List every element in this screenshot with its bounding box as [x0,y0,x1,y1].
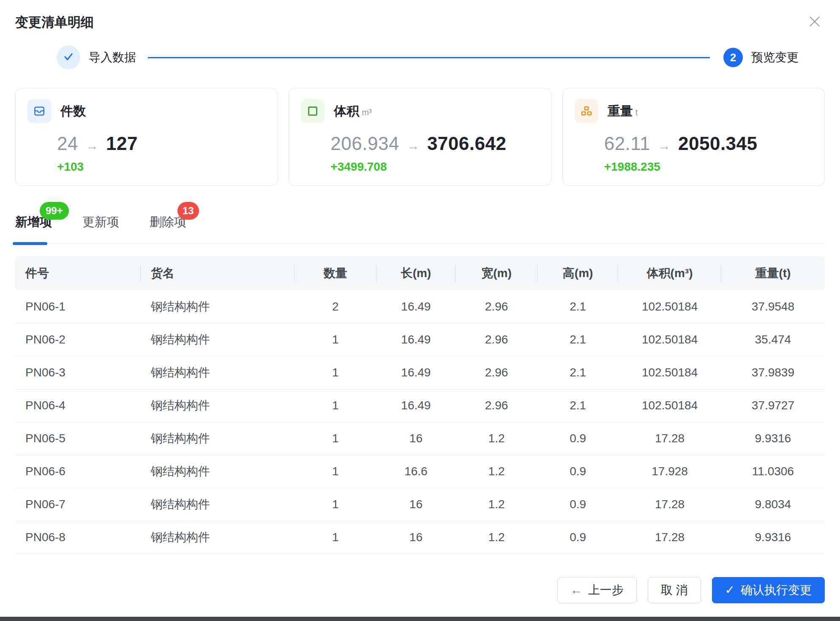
new-value: 3706.642 [427,133,507,154]
column-header: 重量(t) [721,256,825,290]
table-cell: 钢结构构件 [141,389,295,422]
table-cell: 1 [295,455,376,488]
delta-value: +1988.235 [575,160,813,174]
delta-value: +103 [27,160,265,174]
stepper: 导入数据 2 预览变更 [15,46,825,69]
column-header: 货名 [141,256,295,290]
table-cell: 9.9316 [721,521,825,554]
deleted-count-badge: 13 [177,202,199,220]
change-list-dialog: 变更清单明细 导入数据 2 预览变更 [0,0,840,621]
dialog-footer: ← 上一步 取 消 ✓ 确认执行变更 [15,577,825,603]
card-weight: 重量 t 62.11 → 2050.345 +1988.235 [562,88,825,186]
card-unit: m³ [362,108,371,117]
page-title: 变更清单明细 [15,14,825,31]
table-cell: 1 [295,389,376,422]
table-cell: 102.50184 [618,389,721,422]
active-tab-indicator [13,242,47,245]
table-cell: 2.1 [537,323,619,356]
card-volume: 体积 m³ 206.934 → 3706.642 +3499.708 [289,88,551,186]
table-cell: 0.9 [537,422,619,455]
table-cell: PN06-4 [15,389,141,422]
table-cell: 16.49 [376,323,456,356]
table-cell: PN06-8 [15,521,141,554]
table-row: PN06-5钢结构构件1161.20.917.289.9316 [15,422,825,455]
table-cell: 钢结构构件 [141,356,295,389]
tab-updated-items[interactable]: 更新项 [82,214,119,231]
card-piece-count: 件数 24 → 127 +103 [15,88,278,186]
arrow-right-icon: → [86,139,98,153]
card-label: 重量 [608,103,633,120]
table-cell: 37.9727 [721,389,825,422]
close-button[interactable] [805,13,824,31]
table-cell: 16.49 [376,290,456,323]
previous-step-button[interactable]: ← 上一步 [557,577,637,603]
table-cell: 1.2 [455,488,537,521]
cancel-label: 取 消 [661,582,688,598]
table-cell: 17.28 [618,521,721,554]
table-cell: 102.50184 [618,323,721,356]
added-count-badge: 99+ [40,202,69,220]
table-cell: 37.9548 [721,290,825,323]
table-header-row: 件号货名数量长(m)宽(m)高(m)体积(m³)重量(t) [15,256,825,290]
box-icon [27,99,51,123]
table-cell: 16.6 [376,455,456,488]
table-cell: 钢结构构件 [141,455,295,488]
table-cell: PN06-3 [15,356,141,389]
items-table: 件号货名数量长(m)宽(m)高(m)体积(m³)重量(t) PN06-1钢结构构… [15,256,825,554]
delta-value: +3499.708 [301,160,539,174]
table-cell: 17.28 [618,422,721,455]
ingots-icon [575,99,598,123]
table-cell: PN06-7 [15,488,141,521]
table-cell: 16.49 [376,356,456,389]
table-cell: 2.96 [455,323,537,356]
table-cell: 0.9 [537,488,619,521]
table-cell: 2.1 [537,290,619,323]
table-cell: 2.96 [455,356,537,389]
table-cell: 2.96 [455,290,537,323]
table-cell: 102.50184 [618,290,721,323]
column-header: 高(m) [537,256,619,290]
tab-label: 更新项 [82,215,119,229]
confirm-label: 确认执行变更 [741,582,812,598]
previous-step-label: 上一步 [588,582,624,598]
cancel-button[interactable]: 取 消 [648,577,701,603]
table-cell: 2.96 [455,389,537,422]
close-icon [807,14,822,30]
table-row: PN06-7钢结构构件1161.20.917.289.8034 [15,488,825,521]
arrow-right-icon: → [407,139,420,153]
cube-icon [301,99,325,123]
table-row: PN06-3钢结构构件116.492.962.1102.5018437.9839 [15,356,825,389]
table-cell: PN06-2 [15,323,141,356]
table-cell: 钢结构构件 [141,290,295,323]
window-bottom-edge [0,617,840,621]
table-cell: 1.2 [455,455,537,488]
table-cell: 37.9839 [721,356,825,389]
table-cell: 2.1 [537,389,619,422]
table-cell: 钢结构构件 [141,323,295,356]
table-cell: 1 [295,356,376,389]
table-cell: 1 [295,323,376,356]
column-header: 体积(m³) [618,256,721,290]
table-cell: 16.49 [376,389,456,422]
old-value: 206.934 [330,133,399,154]
table-row: PN06-1钢结构构件216.492.962.1102.5018437.9548 [15,290,825,323]
table-cell: 0.9 [537,455,619,488]
table-cell: 9.8034 [721,488,825,521]
step-2-number-circle: 2 [723,48,743,67]
table-cell: 钢结构构件 [141,521,295,554]
step-1-label: 导入数据 [89,49,136,65]
check-icon: ✓ [725,583,735,597]
tab-deleted-items[interactable]: 删除项 13 [150,214,186,231]
table-cell: 102.50184 [618,356,721,389]
step-2-label: 预览变更 [751,49,799,65]
table-cell: 钢结构构件 [141,488,295,521]
arrow-right-icon: → [658,139,671,153]
table-cell: 0.9 [537,521,619,554]
confirm-change-button[interactable]: ✓ 确认执行变更 [712,577,825,603]
column-header: 件号 [15,256,141,290]
stepper-connector-line [148,57,710,58]
tab-added-items[interactable]: 新增项 99+ [15,214,52,231]
card-label: 体积 [334,103,359,120]
table-cell: 1.2 [455,422,537,455]
check-icon [63,51,74,64]
